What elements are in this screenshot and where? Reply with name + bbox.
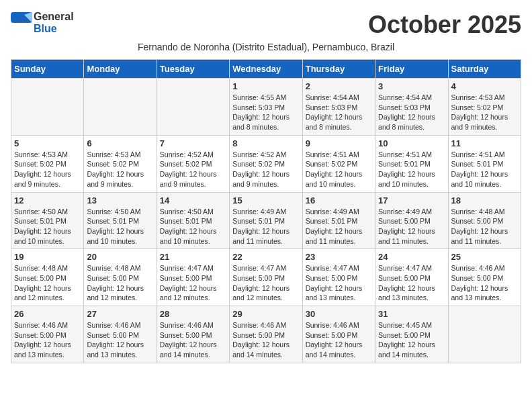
calendar-subtitle: Fernando de Noronha (Distrito Estadual),… <box>11 42 521 52</box>
day-number: 23 <box>306 252 372 262</box>
weekday-header-wednesday: Wednesday <box>230 60 302 79</box>
day-info: Sunrise: 4:55 AM Sunset: 5:03 PM Dayligh… <box>232 93 299 132</box>
day-number: 15 <box>232 195 299 205</box>
calendar-cell: 27Sunrise: 4:46 AM Sunset: 5:00 PM Dayli… <box>84 306 157 363</box>
day-number: 28 <box>160 309 226 319</box>
calendar-cell: 8Sunrise: 4:52 AM Sunset: 5:02 PM Daylig… <box>230 135 302 192</box>
day-info: Sunrise: 4:46 AM Sunset: 5:00 PM Dayligh… <box>14 320 81 360</box>
day-info: Sunrise: 4:50 AM Sunset: 5:01 PM Dayligh… <box>160 207 226 246</box>
day-number: 13 <box>87 195 153 205</box>
calendar-cell: 4Sunrise: 4:53 AM Sunset: 5:02 PM Daylig… <box>448 79 521 136</box>
day-number: 14 <box>160 195 226 205</box>
day-info: Sunrise: 4:47 AM Sunset: 5:00 PM Dayligh… <box>160 263 226 303</box>
day-info: Sunrise: 4:49 AM Sunset: 5:01 PM Dayligh… <box>232 207 299 246</box>
day-info: Sunrise: 4:46 AM Sunset: 5:00 PM Dayligh… <box>451 263 518 303</box>
calendar-cell: 22Sunrise: 4:47 AM Sunset: 5:00 PM Dayli… <box>230 249 302 306</box>
weekday-header-saturday: Saturday <box>448 60 521 79</box>
day-number: 22 <box>232 252 299 262</box>
weekday-header-tuesday: Tuesday <box>157 60 229 79</box>
calendar-cell: 31Sunrise: 4:45 AM Sunset: 5:00 PM Dayli… <box>375 306 448 363</box>
calendar-header-row: SundayMondayTuesdayWednesdayThursdayFrid… <box>11 60 521 79</box>
calendar-cell: 3Sunrise: 4:54 AM Sunset: 5:03 PM Daylig… <box>375 79 448 136</box>
calendar-cell: 5Sunrise: 4:53 AM Sunset: 5:02 PM Daylig… <box>11 135 84 192</box>
day-number: 2 <box>306 81 372 91</box>
calendar-cell: 11Sunrise: 4:51 AM Sunset: 5:01 PM Dayli… <box>448 135 521 192</box>
day-number: 27 <box>87 309 153 319</box>
day-number: 18 <box>451 195 518 205</box>
calendar-cell: 6Sunrise: 4:53 AM Sunset: 5:02 PM Daylig… <box>84 135 157 192</box>
calendar-week-row: 5Sunrise: 4:53 AM Sunset: 5:02 PM Daylig… <box>11 135 521 192</box>
calendar-cell: 14Sunrise: 4:50 AM Sunset: 5:01 PM Dayli… <box>157 192 229 249</box>
day-number: 19 <box>14 252 81 262</box>
day-info: Sunrise: 4:54 AM Sunset: 5:03 PM Dayligh… <box>378 93 445 132</box>
calendar-cell: 12Sunrise: 4:50 AM Sunset: 5:01 PM Dayli… <box>11 192 84 249</box>
day-number: 26 <box>14 309 81 319</box>
day-number: 7 <box>160 138 226 148</box>
day-info: Sunrise: 4:53 AM Sunset: 5:02 PM Dayligh… <box>451 93 518 132</box>
day-number: 12 <box>14 195 81 205</box>
day-info: Sunrise: 4:47 AM Sunset: 5:00 PM Dayligh… <box>232 263 299 303</box>
day-number: 24 <box>378 252 445 262</box>
logo-general-text: General <box>34 11 74 23</box>
weekday-header-sunday: Sunday <box>11 60 84 79</box>
calendar-cell: 1Sunrise: 4:55 AM Sunset: 5:03 PM Daylig… <box>230 79 302 136</box>
day-number: 17 <box>378 195 445 205</box>
calendar-week-row: 1Sunrise: 4:55 AM Sunset: 5:03 PM Daylig… <box>11 79 521 136</box>
day-info: Sunrise: 4:45 AM Sunset: 5:00 PM Dayligh… <box>378 320 445 360</box>
calendar-week-row: 12Sunrise: 4:50 AM Sunset: 5:01 PM Dayli… <box>11 192 521 249</box>
day-number: 21 <box>160 252 226 262</box>
calendar-cell: 9Sunrise: 4:51 AM Sunset: 5:02 PM Daylig… <box>302 135 375 192</box>
day-info: Sunrise: 4:49 AM Sunset: 5:00 PM Dayligh… <box>378 207 445 246</box>
calendar-cell <box>84 79 157 136</box>
day-number: 31 <box>378 309 445 319</box>
day-info: Sunrise: 4:49 AM Sunset: 5:01 PM Dayligh… <box>306 207 372 246</box>
day-number: 10 <box>378 138 445 148</box>
day-info: Sunrise: 4:48 AM Sunset: 5:00 PM Dayligh… <box>14 263 81 303</box>
day-info: Sunrise: 4:47 AM Sunset: 5:00 PM Dayligh… <box>306 263 372 303</box>
calendar-cell <box>11 79 84 136</box>
calendar-cell: 2Sunrise: 4:54 AM Sunset: 5:03 PM Daylig… <box>302 79 375 136</box>
weekday-header-monday: Monday <box>84 60 157 79</box>
day-number: 4 <box>451 81 518 91</box>
calendar-cell: 24Sunrise: 4:47 AM Sunset: 5:00 PM Dayli… <box>375 249 448 306</box>
calendar-cell: 30Sunrise: 4:46 AM Sunset: 5:00 PM Dayli… <box>302 306 375 363</box>
calendar-table: SundayMondayTuesdayWednesdayThursdayFrid… <box>11 59 521 363</box>
day-info: Sunrise: 4:53 AM Sunset: 5:02 PM Dayligh… <box>14 150 81 189</box>
page-header: General Blue October 2025 <box>11 11 521 39</box>
month-title: October 2025 <box>368 11 521 39</box>
calendar-cell: 15Sunrise: 4:49 AM Sunset: 5:01 PM Dayli… <box>230 192 302 249</box>
day-info: Sunrise: 4:47 AM Sunset: 5:00 PM Dayligh… <box>378 263 445 303</box>
calendar-cell: 16Sunrise: 4:49 AM Sunset: 5:01 PM Dayli… <box>302 192 375 249</box>
day-info: Sunrise: 4:54 AM Sunset: 5:03 PM Dayligh… <box>306 93 372 132</box>
calendar-cell: 26Sunrise: 4:46 AM Sunset: 5:00 PM Dayli… <box>11 306 84 363</box>
day-number: 5 <box>14 138 81 148</box>
calendar-cell <box>157 79 229 136</box>
day-info: Sunrise: 4:50 AM Sunset: 5:01 PM Dayligh… <box>14 207 81 246</box>
day-number: 1 <box>232 81 299 91</box>
calendar-cell: 18Sunrise: 4:48 AM Sunset: 5:00 PM Dayli… <box>448 192 521 249</box>
day-info: Sunrise: 4:53 AM Sunset: 5:02 PM Dayligh… <box>87 150 153 189</box>
day-info: Sunrise: 4:46 AM Sunset: 5:00 PM Dayligh… <box>232 320 299 360</box>
day-info: Sunrise: 4:51 AM Sunset: 5:01 PM Dayligh… <box>378 150 445 189</box>
day-number: 9 <box>306 138 372 148</box>
day-number: 6 <box>87 138 153 148</box>
weekday-header-friday: Friday <box>375 60 448 79</box>
calendar-cell: 28Sunrise: 4:46 AM Sunset: 5:00 PM Dayli… <box>157 306 229 363</box>
day-info: Sunrise: 4:52 AM Sunset: 5:02 PM Dayligh… <box>160 150 226 189</box>
calendar-cell: 20Sunrise: 4:48 AM Sunset: 5:00 PM Dayli… <box>84 249 157 306</box>
calendar-cell: 13Sunrise: 4:50 AM Sunset: 5:01 PM Dayli… <box>84 192 157 249</box>
day-number: 25 <box>451 252 518 262</box>
calendar-cell: 25Sunrise: 4:46 AM Sunset: 5:00 PM Dayli… <box>448 249 521 306</box>
calendar-cell: 17Sunrise: 4:49 AM Sunset: 5:00 PM Dayli… <box>375 192 448 249</box>
calendar-cell: 21Sunrise: 4:47 AM Sunset: 5:00 PM Dayli… <box>157 249 229 306</box>
day-info: Sunrise: 4:51 AM Sunset: 5:01 PM Dayligh… <box>451 150 518 189</box>
day-info: Sunrise: 4:51 AM Sunset: 5:02 PM Dayligh… <box>306 150 372 189</box>
weekday-header-thursday: Thursday <box>302 60 375 79</box>
day-number: 30 <box>306 309 372 319</box>
logo: General Blue <box>11 11 74 35</box>
calendar-week-row: 26Sunrise: 4:46 AM Sunset: 5:00 PM Dayli… <box>11 306 521 363</box>
calendar-cell: 10Sunrise: 4:51 AM Sunset: 5:01 PM Dayli… <box>375 135 448 192</box>
calendar-cell: 23Sunrise: 4:47 AM Sunset: 5:00 PM Dayli… <box>302 249 375 306</box>
day-info: Sunrise: 4:46 AM Sunset: 5:00 PM Dayligh… <box>306 320 372 360</box>
calendar-cell <box>448 306 521 363</box>
